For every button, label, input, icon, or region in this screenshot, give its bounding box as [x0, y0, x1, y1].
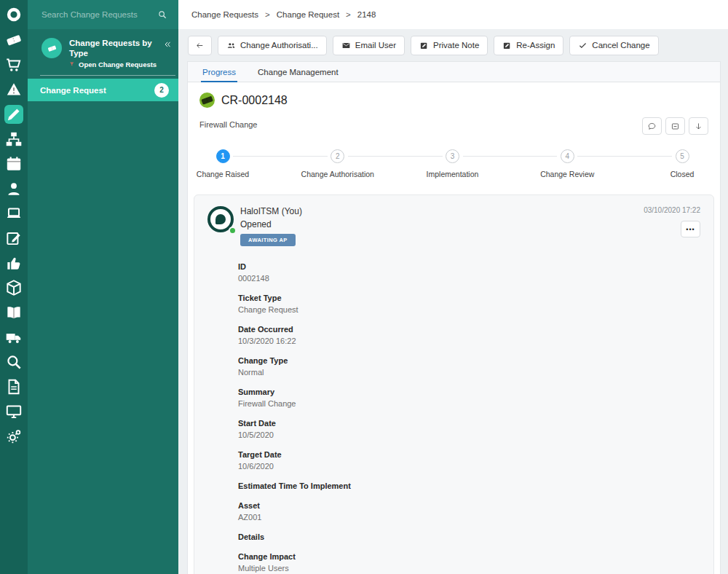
rail-item-document[interactable]: [4, 377, 23, 396]
stepper-step-implementation: 3Implementation: [398, 149, 507, 178]
field-value: AZ001: [238, 513, 700, 522]
rail-item-laptop[interactable]: [4, 204, 23, 223]
field-value: Firewall Change: [238, 399, 700, 409]
stepper-step-change-review: 4Change Review: [513, 149, 622, 178]
panel-subtitle: Open Change Requests: [79, 60, 157, 68]
panel-title: Change Requests by Type: [69, 38, 163, 58]
entry-menu-button[interactable]: •••: [681, 221, 700, 237]
calendar-icon: [4, 154, 23, 173]
field-row: Change TypeNormal: [238, 356, 700, 377]
chat-bubble-icon: [647, 122, 657, 131]
field-label: ID: [238, 262, 700, 272]
agent-name: HaloITSM (You): [240, 206, 302, 216]
field-row: Date Occurred10/3/2020 16:22: [238, 325, 700, 346]
breadcrumb-item[interactable]: Change Request: [277, 10, 339, 19]
sidebar-panel-header: Change Requests by Type Open Change Requ…: [28, 29, 178, 68]
rail-item-edit-pencil[interactable]: [4, 105, 23, 124]
change-authorisati-button[interactable]: Change Authorisati...: [218, 36, 327, 55]
entry-action: Opened: [240, 219, 302, 229]
ticket-summary: Firewall Change: [199, 120, 257, 129]
field-row: AssetAZ001: [238, 501, 700, 522]
change-request-type-icon: [199, 93, 215, 108]
users-icon: [226, 41, 236, 50]
stepper-step-change-authorisation: 2Change Authorisation: [283, 149, 392, 178]
timeline-entry: HaloITSM (You) Opened AWAITING AP 03/10/…: [194, 194, 714, 574]
arrow-left-icon: [195, 41, 205, 50]
rail-item-book-open[interactable]: [4, 303, 23, 322]
rail-item-product-box[interactable]: [4, 278, 23, 297]
rail-item-magnifier[interactable]: [4, 353, 23, 371]
rail-item-thumbs-up[interactable]: [4, 253, 23, 272]
sidebar-item-change-request[interactable]: Change Request 2: [28, 79, 178, 101]
panel-subtitle-row[interactable]: Open Change Requests: [69, 60, 163, 68]
step-label: Change Raised: [188, 170, 277, 178]
breadcrumb-item[interactable]: 2148: [357, 10, 376, 19]
sidebar-divider: [40, 75, 175, 76]
back-button[interactable]: [188, 36, 212, 55]
step-circle: 2: [331, 149, 344, 163]
edit-pencil-icon: [4, 105, 23, 124]
rail-item-user[interactable]: [4, 179, 23, 198]
chat-bubble-button[interactable]: [642, 117, 662, 135]
rail-item-ticket[interactable]: [4, 31, 23, 50]
step-label: Implementation: [398, 170, 507, 178]
tab-change-management[interactable]: Change Management: [256, 62, 340, 82]
header-mini-buttons: [642, 117, 708, 135]
field-value: Normal: [238, 368, 700, 377]
field-list: ID0002148Ticket TypeChange RequestDate O…: [238, 262, 700, 574]
field-value: 10/3/2020 16:22: [238, 337, 700, 346]
field-row: Start Date10/5/2020: [238, 419, 700, 440]
email-user-button[interactable]: Email User: [333, 36, 405, 55]
chevrons-left-icon[interactable]: [163, 39, 173, 50]
note-square-icon: [502, 41, 512, 50]
private-note-button[interactable]: Private Note: [411, 36, 488, 55]
step-circle: 1: [216, 149, 230, 163]
avatar: [207, 206, 235, 234]
button-label: Re-Assign: [516, 41, 555, 50]
entry-timestamp: 03/10/2020 17:22: [644, 206, 700, 214]
cart-icon: [4, 55, 23, 74]
rail-item-note-edit[interactable]: [4, 229, 23, 248]
button-label: Change Authorisati...: [240, 41, 318, 50]
ticket-card: ProgressChange Management CR-0002148 Fir…: [187, 61, 721, 574]
sidebar-item-label: Change Request: [40, 86, 106, 95]
rail-item-gears[interactable]: [4, 427, 23, 446]
user-icon: [4, 179, 23, 198]
count-badge: 2: [154, 83, 169, 98]
magnifier-icon: [4, 353, 23, 371]
status-badge: AWAITING AP: [240, 234, 296, 246]
sitemap-icon: [4, 130, 23, 149]
sidebar-search-row: [28, 0, 178, 29]
tab-progress[interactable]: Progress: [201, 62, 237, 82]
field-label: Target Date: [238, 450, 700, 460]
cancel-change-button[interactable]: Cancel Change: [569, 36, 658, 55]
toolbar: Change Authorisati...Email UserPrivate N…: [178, 29, 728, 61]
rail-item-truck[interactable]: [4, 328, 23, 347]
panel-ticket-circle: [41, 38, 62, 58]
magnifier-icon[interactable]: [157, 9, 167, 20]
field-label: Ticket Type: [238, 294, 700, 303]
thumbs-up-icon: [4, 253, 23, 272]
breadcrumb-item[interactable]: Change Requests: [191, 10, 258, 19]
rail-item-sitemap[interactable]: [4, 130, 23, 149]
collapse-box-button[interactable]: [665, 117, 685, 135]
rail-item-monitor[interactable]: [4, 402, 23, 421]
field-row: Change ImpactMultiple Users: [238, 552, 700, 573]
field-row: Target Date10/6/2020: [238, 450, 700, 471]
search-input[interactable]: [40, 9, 157, 20]
field-value: 10/5/2020: [238, 430, 700, 440]
arrow-down-button[interactable]: [689, 117, 708, 135]
rail-item-warning[interactable]: [4, 80, 23, 99]
arrow-down-icon: [694, 122, 703, 131]
stepper-step-change-raised: 1Change Raised: [188, 149, 277, 178]
rail-item-cart[interactable]: [4, 55, 23, 74]
step-label: Change Authorisation: [283, 170, 392, 178]
rail-item-calendar[interactable]: [4, 154, 23, 173]
ticket-icon: [47, 43, 58, 54]
breadcrumb-separator: >: [265, 10, 270, 19]
field-row: Ticket TypeChange Request: [238, 294, 700, 315]
re-assign-button[interactable]: Re-Assign: [494, 36, 563, 55]
page-title: CR-0002148: [221, 94, 288, 107]
sidebar: Change Requests by Type Open Change Requ…: [28, 0, 178, 574]
field-label: Change Impact: [238, 552, 700, 562]
